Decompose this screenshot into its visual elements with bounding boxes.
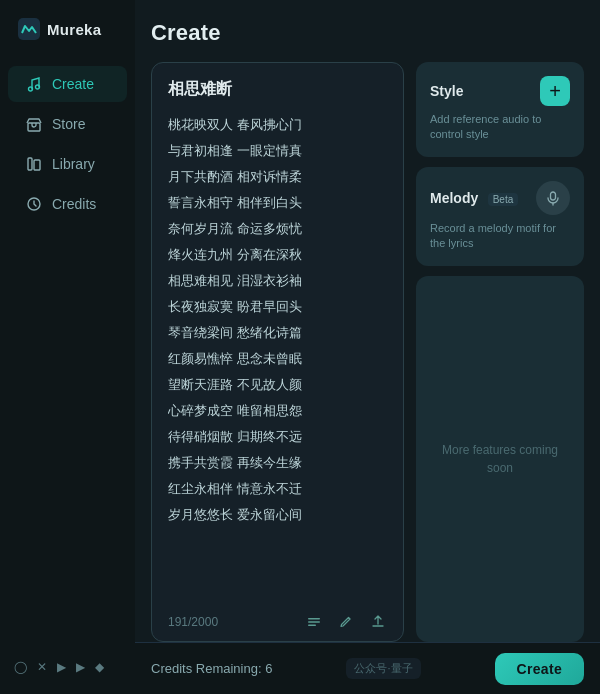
credits-icon (26, 196, 42, 212)
logo-icon (18, 18, 40, 40)
sidebar-item-credits[interactable]: Credits (8, 186, 127, 222)
svg-rect-4 (28, 158, 32, 170)
sidebar-item-credits-label: Credits (52, 196, 96, 212)
sidebar-item-store-label: Store (52, 116, 85, 132)
social-links: ◯ ✕ ▶ ▶ ◆ (0, 660, 135, 680)
bottom-bar: Credits Remaining: 6 公众号·量子 Create (135, 642, 600, 694)
logo: Mureka (0, 18, 135, 64)
melody-title-wrap: Melody Beta (430, 189, 518, 207)
store-icon (26, 116, 42, 132)
svg-rect-5 (34, 160, 40, 170)
right-panel: Style + Add reference audio to control s… (416, 62, 584, 642)
style-subtitle: Add reference audio to control style (430, 112, 570, 143)
list-tool-icon[interactable] (305, 613, 323, 631)
main-content: Create 相思难断 桃花映双人 春风拂心门与君初相逢 一眼定情真月下共酌酒 … (135, 0, 600, 694)
sidebar-item-library-label: Library (52, 156, 95, 172)
lyrics-line: 待得硝烟散 归期终不远 (168, 424, 387, 450)
sidebar-item-library[interactable]: Library (8, 146, 127, 182)
discord-icon[interactable]: ◆ (95, 660, 104, 674)
svg-rect-10 (551, 192, 556, 200)
create-button[interactable]: Create (495, 653, 584, 685)
add-style-button[interactable]: + (540, 76, 570, 106)
mic-button[interactable] (536, 181, 570, 215)
lyrics-line: 岁月悠悠长 爱永留心间 (168, 502, 387, 528)
lyrics-content[interactable]: 桃花映双人 春风拂心门与君初相逢 一眼定情真月下共酌酒 相对诉情柔誓言永相守 相… (168, 112, 387, 595)
lyrics-line: 望断天涯路 不见故人颜 (168, 372, 387, 398)
lyrics-line: 桃花映双人 春风拂心门 (168, 112, 387, 138)
melody-subtitle: Record a melody motif for the lyrics (430, 221, 570, 252)
edit-tool-icon[interactable] (337, 613, 355, 631)
svg-point-1 (29, 87, 33, 91)
sidebar: Mureka Create Store Library Credits (0, 0, 135, 694)
svg-rect-7 (308, 618, 320, 620)
lyrics-line: 与君初相逢 一眼定情真 (168, 138, 387, 164)
instagram-icon[interactable]: ◯ (14, 660, 27, 674)
lyrics-line: 红尘永相伴 情意永不迁 (168, 476, 387, 502)
svg-rect-8 (308, 621, 320, 623)
lyrics-line: 长夜独寂寞 盼君早回头 (168, 294, 387, 320)
char-count: 191/2000 (168, 615, 218, 629)
lyrics-line: 相思难相见 泪湿衣衫袖 (168, 268, 387, 294)
lyrics-toolbar (305, 613, 387, 631)
melody-badge: Beta (488, 193, 519, 206)
lyrics-line: 心碎梦成空 唯留相思怨 (168, 398, 387, 424)
lyrics-line: 携手共赏霞 再续今生缘 (168, 450, 387, 476)
watermark: 公众号·量子 (346, 658, 420, 679)
lyrics-line: 红颜易憔悴 思念未曾眠 (168, 346, 387, 372)
svg-rect-0 (18, 18, 40, 40)
lyrics-line: 奈何岁月流 命运多烦忧 (168, 216, 387, 242)
lyrics-panel: 相思难断 桃花映双人 春风拂心门与君初相逢 一眼定情真月下共酌酒 相对诉情柔誓言… (151, 62, 404, 642)
svg-rect-9 (308, 625, 316, 627)
content-area: 相思难断 桃花映双人 春风拂心门与君初相逢 一眼定情真月下共酌酒 相对诉情柔誓言… (151, 62, 584, 642)
svg-point-2 (36, 85, 40, 89)
melody-title: Melody (430, 190, 478, 206)
x-icon[interactable]: ✕ (37, 660, 47, 674)
melody-card: Melody Beta Record a melody motif for th… (416, 167, 584, 266)
page-title: Create (151, 20, 584, 46)
style-card-header: Style + (430, 76, 570, 106)
sidebar-item-store[interactable]: Store (8, 106, 127, 142)
library-icon (26, 156, 42, 172)
lyrics-line: 誓言永相守 相伴到白头 (168, 190, 387, 216)
tiktok-icon[interactable]: ▶ (57, 660, 66, 674)
lyrics-line: 烽火连九州 分离在深秋 (168, 242, 387, 268)
upload-tool-icon[interactable] (369, 613, 387, 631)
melody-card-header: Melody Beta (430, 181, 570, 215)
app-name: Mureka (47, 21, 101, 38)
credits-remaining: Credits Remaining: 6 (151, 661, 272, 676)
more-features-card: More features coming soon (416, 276, 584, 642)
sidebar-item-create-label: Create (52, 76, 94, 92)
song-title: 相思难断 (168, 79, 387, 100)
style-card: Style + Add reference audio to control s… (416, 62, 584, 157)
lyrics-line: 琴音绕梁间 愁绪化诗篇 (168, 320, 387, 346)
youtube-icon[interactable]: ▶ (76, 660, 85, 674)
sidebar-item-create[interactable]: Create (8, 66, 127, 102)
lyrics-line: 月下共酌酒 相对诉情柔 (168, 164, 387, 190)
style-title: Style (430, 83, 463, 99)
lyrics-footer: 191/2000 (168, 605, 387, 631)
more-features-text: More features coming soon (430, 441, 570, 477)
music-icon (26, 76, 42, 92)
